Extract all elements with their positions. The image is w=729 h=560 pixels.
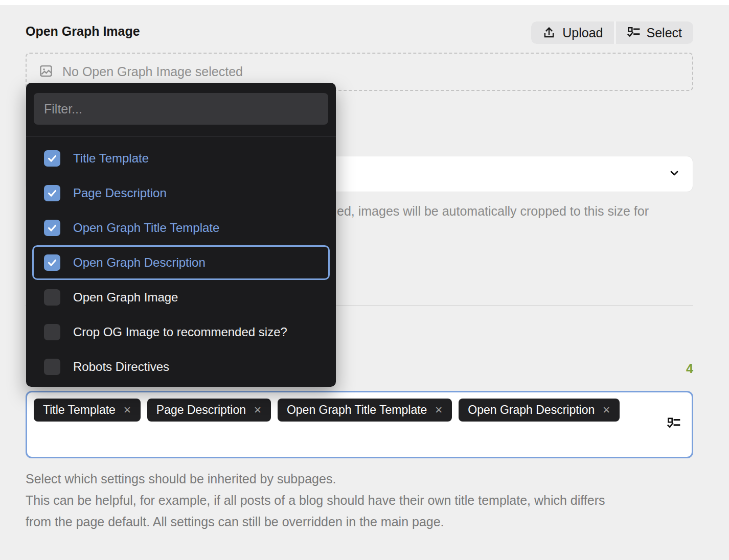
asset-placeholder-text: No Open Graph Image selected [62, 64, 243, 79]
remove-tag-icon[interactable]: ✕ [602, 405, 610, 415]
option-og-description[interactable]: Open Graph Description [32, 245, 330, 280]
option-crop-og-image[interactable]: Crop OG Image to recommended size? [32, 315, 330, 349]
checkbox-checked-icon[interactable] [44, 150, 60, 167]
top-strip [0, 0, 729, 5]
upload-button[interactable]: Upload [531, 21, 614, 44]
chevron-down-icon [668, 167, 680, 181]
help-line: Select which settings should be inherite… [26, 468, 605, 489]
asset-toolbar: Upload Select [531, 21, 693, 44]
remove-tag-icon[interactable]: ✕ [254, 405, 262, 415]
tag-label: Page Description [156, 403, 246, 417]
option-og-image[interactable]: Open Graph Image [32, 280, 330, 315]
tag-og-description: Open Graph Description ✕ [459, 399, 620, 422]
image-icon [39, 64, 53, 80]
tag-label: Title Template [43, 403, 116, 417]
tag-og-title-template: Open Graph Title Template ✕ [278, 399, 452, 422]
option-page-description[interactable]: Page Description [32, 176, 330, 211]
tag-title-template: Title Template ✕ [34, 399, 141, 422]
option-og-title-template[interactable]: Open Graph Title Template [32, 211, 330, 245]
page-title: Open Graph Image [26, 24, 140, 39]
checkbox-checked-icon[interactable] [44, 185, 60, 201]
checklist-icon [627, 26, 640, 39]
select-button[interactable]: Select [616, 21, 693, 44]
help-line: from the page default. All settings can … [26, 511, 605, 532]
inherit-options-dropdown: Title Template Page Description Open Gra… [26, 83, 336, 387]
remove-tag-icon[interactable]: ✕ [435, 405, 443, 415]
filter-wrap [26, 83, 336, 125]
page: Open Graph Image Upload Sele [0, 0, 729, 560]
selected-count-badge: 4 [686, 361, 693, 376]
option-label: Page Description [73, 186, 167, 200]
option-label: Crop OG Image to recommended size? [73, 325, 287, 339]
checkbox-unchecked-icon[interactable] [44, 359, 60, 375]
option-title-template[interactable]: Title Template [32, 141, 330, 176]
tag-page-description: Page Description ✕ [147, 399, 271, 422]
upload-icon [542, 26, 556, 39]
checkbox-unchecked-icon[interactable] [44, 324, 60, 340]
option-label: Open Graph Image [73, 290, 178, 305]
help-line: This can be helpful, for example, if all… [26, 489, 605, 511]
remove-tag-icon[interactable]: ✕ [123, 405, 131, 415]
checkbox-unchecked-icon[interactable] [44, 289, 60, 306]
select-button-label: Select [647, 26, 682, 40]
options-list: Title Template Page Description Open Gra… [26, 137, 336, 384]
inherited-settings-input[interactable]: Title Template ✕ Page Description ✕ Open… [26, 391, 693, 458]
help-text: Select which settings should be inherite… [26, 468, 605, 532]
checklist-icon[interactable] [667, 417, 680, 433]
crop-hint-text: ed, images will be automatically cropped… [337, 204, 649, 219]
tag-label: Open Graph Description [468, 403, 595, 417]
option-label: Robots Directives [73, 360, 169, 374]
tag-label: Open Graph Title Template [287, 403, 427, 417]
upload-button-label: Upload [562, 26, 603, 40]
option-label: Title Template [73, 151, 149, 166]
option-label: Open Graph Title Template [73, 221, 219, 235]
option-robots-directives[interactable]: Robots Directives [32, 349, 330, 384]
tags-wrap: Title Template ✕ Page Description ✕ Open… [34, 399, 656, 422]
filter-input[interactable] [34, 93, 328, 125]
option-label: Open Graph Description [73, 255, 206, 270]
checkbox-checked-icon[interactable] [44, 254, 60, 271]
checkbox-checked-icon[interactable] [44, 220, 60, 236]
